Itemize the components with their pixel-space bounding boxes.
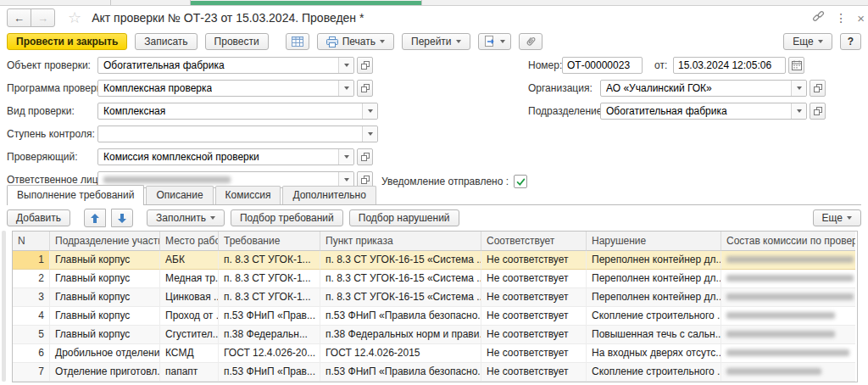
table-row[interactable]: 6Дробильное отделениеКСМДГОСТ 12.4.026-2… xyxy=(13,344,857,363)
table-cell[interactable]: Проход от ... xyxy=(160,307,219,326)
department-field[interactable]: Обогатительная фабрика xyxy=(600,103,807,120)
table-cell[interactable]: п. 8.3 СТ УГОК-1... xyxy=(219,288,320,307)
post-and-close-button[interactable]: Провести и закрыть xyxy=(7,33,127,50)
link-icon[interactable] xyxy=(812,10,825,26)
help-button[interactable]: ? xyxy=(840,33,861,50)
table-cell[interactable]: На входных дверях отсутс... xyxy=(587,344,721,363)
column-header[interactable]: Соответствует xyxy=(481,232,587,251)
table-cell[interactable]: п.53 ФНиП «Прав... xyxy=(219,307,320,326)
table-cell[interactable]: п. 8.3 СТ УГОК-16-15 «Система ... xyxy=(320,251,481,270)
commission-cell[interactable] xyxy=(721,363,855,382)
inspector-field[interactable]: Комиссия комплексной проверки xyxy=(97,148,354,165)
organization-field[interactable]: АО «Учалинский ГОК» xyxy=(600,80,807,97)
table-cell[interactable]: ГОСТ 12.4.026-20... xyxy=(219,344,320,363)
table-cell[interactable]: Дробильное отделение xyxy=(50,344,160,363)
select-requirements-button[interactable]: Подбор требований xyxy=(231,209,343,226)
combo-button[interactable] xyxy=(338,58,353,73)
inspection-program-field[interactable]: Комплексная проверка xyxy=(97,80,354,97)
table-cell[interactable]: п. 8.3 СТ УГОК-16-15 «Система ... xyxy=(320,270,481,288)
close-icon[interactable]: × xyxy=(857,11,865,25)
open-button[interactable] xyxy=(357,57,373,74)
commission-cell[interactable] xyxy=(721,288,855,307)
table-cell[interactable]: п.38 Федеральных норм и прави... xyxy=(320,326,481,344)
table-cell[interactable]: Не соответствует xyxy=(481,307,587,326)
tab-commission[interactable]: Комиссия xyxy=(215,186,281,204)
combo-button[interactable] xyxy=(791,81,806,96)
inspection-type-field[interactable]: Комплексная xyxy=(97,103,378,120)
table-cell[interactable]: Не соответствует xyxy=(481,326,587,344)
row-number-cell[interactable]: 1 xyxy=(13,251,50,270)
column-header[interactable]: Состав комиссии по проверке xyxy=(721,232,855,251)
table-cell[interactable]: Не соответствует xyxy=(481,344,587,363)
number-field[interactable]: ОТ-00000023 xyxy=(562,57,643,74)
print-button[interactable]: Печать xyxy=(317,33,394,50)
table-cell[interactable]: п.53 ФНиП «Правила безопасно... xyxy=(320,307,481,326)
tab-requirements[interactable]: Выполнение требований xyxy=(7,185,144,205)
move-down-button[interactable] xyxy=(111,209,133,227)
table-cell[interactable]: Не соответствует xyxy=(481,270,587,288)
tab-description[interactable]: Описание xyxy=(146,186,213,204)
save-button[interactable]: Записать xyxy=(135,33,197,50)
move-up-button[interactable] xyxy=(84,209,106,227)
control-level-field[interactable] xyxy=(97,126,378,142)
combo-button[interactable] xyxy=(362,126,377,142)
create-based-on-button[interactable] xyxy=(478,33,511,50)
commission-cell[interactable] xyxy=(721,344,855,363)
table-cell[interactable]: Скопление строительного ... xyxy=(587,307,721,326)
table-cell[interactable]: Главный корпус xyxy=(50,251,160,270)
table-cell[interactable]: Не соответствует xyxy=(481,288,587,307)
column-header[interactable]: Требование xyxy=(219,232,320,251)
table-cell[interactable]: Главный корпус xyxy=(50,288,160,307)
table-row[interactable]: 7Отделение приготовл...папаптп.53 ФНиП «… xyxy=(13,363,857,382)
table-cell[interactable]: Главный корпус xyxy=(50,270,160,288)
calendar-button[interactable] xyxy=(788,57,804,74)
select-violations-button[interactable]: Подбор нарушений xyxy=(349,209,459,226)
tab-additional[interactable]: Дополнительно xyxy=(282,186,376,204)
more-button[interactable]: Еще xyxy=(783,33,832,50)
table-cell[interactable]: п.53 ФНиП «Правила безопасно... xyxy=(320,363,481,382)
table-cell[interactable]: п. 8.3 СТ УГОК-1... xyxy=(219,251,320,270)
row-number-cell[interactable]: 5 xyxy=(13,326,50,344)
commission-cell[interactable] xyxy=(721,270,855,288)
attachments-button[interactable] xyxy=(519,33,542,50)
table-row[interactable]: 2Главный корпусМедная тр...п. 8.3 СТ УГО… xyxy=(13,270,857,288)
forward-button[interactable]: → xyxy=(31,8,55,27)
table-cell[interactable]: Не соответствует xyxy=(481,251,587,270)
row-number-cell[interactable]: 4 xyxy=(13,307,50,326)
post-button[interactable]: Провести xyxy=(205,33,269,50)
table-cell[interactable]: Главный корпус xyxy=(50,326,160,344)
left-scroll-strip[interactable] xyxy=(2,231,6,382)
favorite-star-icon[interactable]: ☆ xyxy=(68,10,81,25)
column-header[interactable]: Место работ xyxy=(160,232,219,251)
table-cell[interactable]: Отделение приготовл... xyxy=(50,363,160,382)
kebab-menu-icon[interactable]: ⋮ xyxy=(835,11,847,25)
row-number-cell[interactable]: 7 xyxy=(13,363,50,382)
open-button[interactable] xyxy=(810,80,826,97)
table-cell[interactable]: п. 8.3 СТ УГОК-16-15 «Система ... xyxy=(320,288,481,307)
combo-button[interactable] xyxy=(338,149,353,165)
combo-button[interactable] xyxy=(362,103,377,119)
table-cell[interactable]: Медная тр... xyxy=(160,270,219,288)
register-records-button[interactable] xyxy=(286,33,309,50)
column-header[interactable]: Нарушение xyxy=(587,232,721,251)
table-row[interactable]: 5Главный корпусСгустител...п.38 Федераль… xyxy=(13,326,857,344)
row-number-cell[interactable]: 3 xyxy=(13,288,50,307)
grid-more-button[interactable]: Еще xyxy=(813,209,861,226)
table-cell[interactable]: Переполнен контейнер дл... xyxy=(587,251,721,270)
row-number-cell[interactable]: 6 xyxy=(13,344,50,363)
open-button[interactable] xyxy=(810,103,826,120)
add-row-button[interactable]: Добавить xyxy=(7,209,70,226)
table-cell[interactable]: п. 8.3 СТ УГОК-1... xyxy=(219,270,320,288)
table-cell[interactable]: Повышенная течь с сальн... xyxy=(587,326,721,344)
column-header[interactable]: N xyxy=(13,232,50,251)
table-cell[interactable]: АБК xyxy=(160,251,219,270)
table-cell[interactable]: п.38 Федеральн... xyxy=(219,326,320,344)
commission-cell[interactable] xyxy=(721,307,855,326)
table-row[interactable]: 1Главный корпусАБКп. 8.3 СТ УГОК-1...п. … xyxy=(13,251,857,270)
table-cell[interactable]: ГОСТ 12.4.026-2015 xyxy=(320,344,481,363)
table-cell[interactable]: Переполнен контейнер дл... xyxy=(587,270,721,288)
date-field[interactable]: 15.03.2024 12:05:06 xyxy=(673,57,786,74)
commission-cell[interactable] xyxy=(721,326,855,344)
fill-button[interactable]: Заполнить xyxy=(147,209,225,226)
table-cell[interactable]: папапт xyxy=(160,363,219,382)
